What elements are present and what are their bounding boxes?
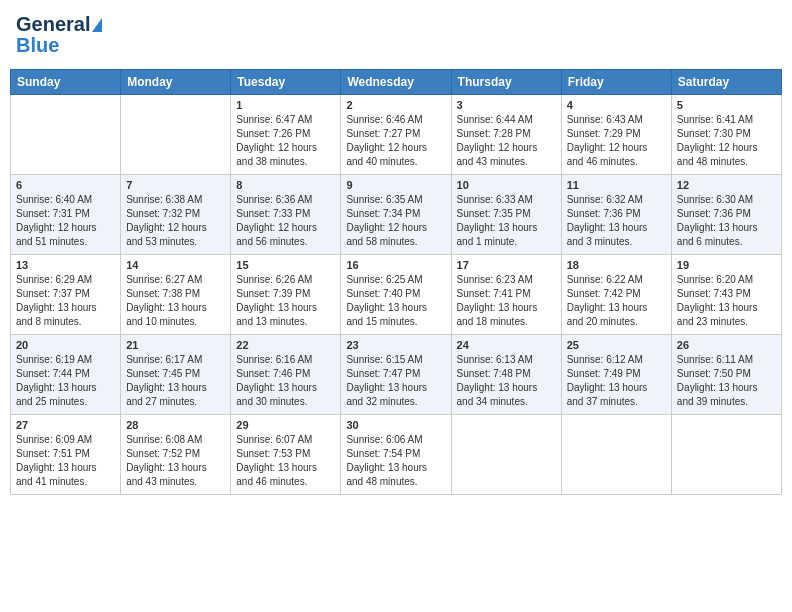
day-info: Sunrise: 6:19 AM Sunset: 7:44 PM Dayligh… bbox=[16, 353, 115, 409]
calendar-cell: 25Sunrise: 6:12 AM Sunset: 7:49 PM Dayli… bbox=[561, 335, 671, 415]
calendar-cell: 29Sunrise: 6:07 AM Sunset: 7:53 PM Dayli… bbox=[231, 415, 341, 495]
day-info: Sunrise: 6:22 AM Sunset: 7:42 PM Dayligh… bbox=[567, 273, 666, 329]
calendar-cell bbox=[11, 95, 121, 175]
calendar-cell: 23Sunrise: 6:15 AM Sunset: 7:47 PM Dayli… bbox=[341, 335, 451, 415]
day-info: Sunrise: 6:35 AM Sunset: 7:34 PM Dayligh… bbox=[346, 193, 445, 249]
calendar-cell: 21Sunrise: 6:17 AM Sunset: 7:45 PM Dayli… bbox=[121, 335, 231, 415]
day-info: Sunrise: 6:26 AM Sunset: 7:39 PM Dayligh… bbox=[236, 273, 335, 329]
day-number: 14 bbox=[126, 259, 225, 271]
calendar-week-row: 20Sunrise: 6:19 AM Sunset: 7:44 PM Dayli… bbox=[11, 335, 782, 415]
calendar-cell: 4Sunrise: 6:43 AM Sunset: 7:29 PM Daylig… bbox=[561, 95, 671, 175]
calendar-week-row: 1Sunrise: 6:47 AM Sunset: 7:26 PM Daylig… bbox=[11, 95, 782, 175]
day-number: 15 bbox=[236, 259, 335, 271]
day-info: Sunrise: 6:32 AM Sunset: 7:36 PM Dayligh… bbox=[567, 193, 666, 249]
day-number: 19 bbox=[677, 259, 776, 271]
day-info: Sunrise: 6:29 AM Sunset: 7:37 PM Dayligh… bbox=[16, 273, 115, 329]
day-number: 20 bbox=[16, 339, 115, 351]
calendar-cell: 26Sunrise: 6:11 AM Sunset: 7:50 PM Dayli… bbox=[671, 335, 781, 415]
day-info: Sunrise: 6:23 AM Sunset: 7:41 PM Dayligh… bbox=[457, 273, 556, 329]
day-number: 4 bbox=[567, 99, 666, 111]
day-number: 25 bbox=[567, 339, 666, 351]
day-number: 26 bbox=[677, 339, 776, 351]
calendar-cell: 22Sunrise: 6:16 AM Sunset: 7:46 PM Dayli… bbox=[231, 335, 341, 415]
calendar-cell: 9Sunrise: 6:35 AM Sunset: 7:34 PM Daylig… bbox=[341, 175, 451, 255]
calendar-cell bbox=[561, 415, 671, 495]
day-info: Sunrise: 6:43 AM Sunset: 7:29 PM Dayligh… bbox=[567, 113, 666, 169]
column-header-wednesday: Wednesday bbox=[341, 70, 451, 95]
day-number: 5 bbox=[677, 99, 776, 111]
day-info: Sunrise: 6:25 AM Sunset: 7:40 PM Dayligh… bbox=[346, 273, 445, 329]
day-number: 2 bbox=[346, 99, 445, 111]
calendar-cell: 14Sunrise: 6:27 AM Sunset: 7:38 PM Dayli… bbox=[121, 255, 231, 335]
column-header-tuesday: Tuesday bbox=[231, 70, 341, 95]
day-number: 11 bbox=[567, 179, 666, 191]
page-header: General Blue bbox=[10, 10, 782, 61]
day-info: Sunrise: 6:47 AM Sunset: 7:26 PM Dayligh… bbox=[236, 113, 335, 169]
day-info: Sunrise: 6:20 AM Sunset: 7:43 PM Dayligh… bbox=[677, 273, 776, 329]
calendar-cell: 15Sunrise: 6:26 AM Sunset: 7:39 PM Dayli… bbox=[231, 255, 341, 335]
day-info: Sunrise: 6:06 AM Sunset: 7:54 PM Dayligh… bbox=[346, 433, 445, 489]
calendar-cell: 28Sunrise: 6:08 AM Sunset: 7:52 PM Dayli… bbox=[121, 415, 231, 495]
day-number: 13 bbox=[16, 259, 115, 271]
calendar-cell: 30Sunrise: 6:06 AM Sunset: 7:54 PM Dayli… bbox=[341, 415, 451, 495]
calendar-cell: 12Sunrise: 6:30 AM Sunset: 7:36 PM Dayli… bbox=[671, 175, 781, 255]
day-number: 3 bbox=[457, 99, 556, 111]
calendar-cell: 8Sunrise: 6:36 AM Sunset: 7:33 PM Daylig… bbox=[231, 175, 341, 255]
column-header-monday: Monday bbox=[121, 70, 231, 95]
logo-blue-text: Blue bbox=[16, 34, 59, 57]
calendar-cell: 2Sunrise: 6:46 AM Sunset: 7:27 PM Daylig… bbox=[341, 95, 451, 175]
calendar-cell: 27Sunrise: 6:09 AM Sunset: 7:51 PM Dayli… bbox=[11, 415, 121, 495]
day-number: 22 bbox=[236, 339, 335, 351]
calendar-cell: 17Sunrise: 6:23 AM Sunset: 7:41 PM Dayli… bbox=[451, 255, 561, 335]
day-number: 9 bbox=[346, 179, 445, 191]
day-number: 23 bbox=[346, 339, 445, 351]
day-number: 8 bbox=[236, 179, 335, 191]
calendar-week-row: 27Sunrise: 6:09 AM Sunset: 7:51 PM Dayli… bbox=[11, 415, 782, 495]
calendar-cell: 24Sunrise: 6:13 AM Sunset: 7:48 PM Dayli… bbox=[451, 335, 561, 415]
day-info: Sunrise: 6:46 AM Sunset: 7:27 PM Dayligh… bbox=[346, 113, 445, 169]
calendar-cell: 19Sunrise: 6:20 AM Sunset: 7:43 PM Dayli… bbox=[671, 255, 781, 335]
day-number: 21 bbox=[126, 339, 225, 351]
day-number: 17 bbox=[457, 259, 556, 271]
day-number: 27 bbox=[16, 419, 115, 431]
calendar-week-row: 6Sunrise: 6:40 AM Sunset: 7:31 PM Daylig… bbox=[11, 175, 782, 255]
calendar-cell: 16Sunrise: 6:25 AM Sunset: 7:40 PM Dayli… bbox=[341, 255, 451, 335]
day-number: 10 bbox=[457, 179, 556, 191]
calendar-cell: 5Sunrise: 6:41 AM Sunset: 7:30 PM Daylig… bbox=[671, 95, 781, 175]
calendar-cell bbox=[671, 415, 781, 495]
day-number: 6 bbox=[16, 179, 115, 191]
day-number: 12 bbox=[677, 179, 776, 191]
day-number: 16 bbox=[346, 259, 445, 271]
logo-general-text: General bbox=[16, 14, 90, 34]
day-info: Sunrise: 6:15 AM Sunset: 7:47 PM Dayligh… bbox=[346, 353, 445, 409]
day-info: Sunrise: 6:38 AM Sunset: 7:32 PM Dayligh… bbox=[126, 193, 225, 249]
day-number: 1 bbox=[236, 99, 335, 111]
day-info: Sunrise: 6:17 AM Sunset: 7:45 PM Dayligh… bbox=[126, 353, 225, 409]
day-info: Sunrise: 6:44 AM Sunset: 7:28 PM Dayligh… bbox=[457, 113, 556, 169]
day-info: Sunrise: 6:11 AM Sunset: 7:50 PM Dayligh… bbox=[677, 353, 776, 409]
day-info: Sunrise: 6:07 AM Sunset: 7:53 PM Dayligh… bbox=[236, 433, 335, 489]
day-info: Sunrise: 6:16 AM Sunset: 7:46 PM Dayligh… bbox=[236, 353, 335, 409]
calendar-cell: 20Sunrise: 6:19 AM Sunset: 7:44 PM Dayli… bbox=[11, 335, 121, 415]
day-number: 29 bbox=[236, 419, 335, 431]
day-info: Sunrise: 6:36 AM Sunset: 7:33 PM Dayligh… bbox=[236, 193, 335, 249]
day-info: Sunrise: 6:12 AM Sunset: 7:49 PM Dayligh… bbox=[567, 353, 666, 409]
day-info: Sunrise: 6:27 AM Sunset: 7:38 PM Dayligh… bbox=[126, 273, 225, 329]
day-info: Sunrise: 6:13 AM Sunset: 7:48 PM Dayligh… bbox=[457, 353, 556, 409]
day-number: 7 bbox=[126, 179, 225, 191]
logo: General Blue bbox=[16, 14, 102, 57]
calendar-cell: 18Sunrise: 6:22 AM Sunset: 7:42 PM Dayli… bbox=[561, 255, 671, 335]
day-info: Sunrise: 6:08 AM Sunset: 7:52 PM Dayligh… bbox=[126, 433, 225, 489]
logo-triangle-icon bbox=[92, 18, 102, 32]
calendar-table: SundayMondayTuesdayWednesdayThursdayFrid… bbox=[10, 69, 782, 495]
calendar-cell: 1Sunrise: 6:47 AM Sunset: 7:26 PM Daylig… bbox=[231, 95, 341, 175]
day-info: Sunrise: 6:41 AM Sunset: 7:30 PM Dayligh… bbox=[677, 113, 776, 169]
day-info: Sunrise: 6:33 AM Sunset: 7:35 PM Dayligh… bbox=[457, 193, 556, 249]
calendar-cell: 11Sunrise: 6:32 AM Sunset: 7:36 PM Dayli… bbox=[561, 175, 671, 255]
calendar-cell bbox=[451, 415, 561, 495]
column-header-thursday: Thursday bbox=[451, 70, 561, 95]
day-number: 28 bbox=[126, 419, 225, 431]
calendar-cell: 13Sunrise: 6:29 AM Sunset: 7:37 PM Dayli… bbox=[11, 255, 121, 335]
day-info: Sunrise: 6:09 AM Sunset: 7:51 PM Dayligh… bbox=[16, 433, 115, 489]
column-header-friday: Friday bbox=[561, 70, 671, 95]
